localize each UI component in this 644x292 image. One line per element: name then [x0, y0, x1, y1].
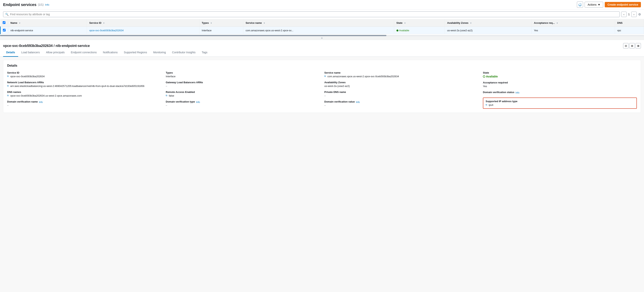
- header-actions: Actions ▼ Create endpoint service: [577, 1, 641, 8]
- search-input[interactable]: [10, 13, 618, 16]
- col-header-acceptance[interactable]: Acceptance req... ▼: [532, 19, 615, 27]
- field-service-id: Service ID ⧉ vpce-svc-0ceb593b3ba202634: [7, 71, 161, 78]
- pagination-area: ‹ 1 › ⚙: [621, 11, 641, 17]
- nlb-arns-label: Network Load Balancers ARNs: [7, 81, 161, 84]
- domain-verify-type-label: Domain verification type: [166, 100, 195, 103]
- sort-icon-service-id: ▼: [103, 22, 105, 24]
- private-dns-label: Private DNS name: [324, 91, 478, 94]
- row-checkbox-cell[interactable]: [0, 27, 8, 34]
- tab-allow-principals[interactable]: Allow principals: [43, 48, 68, 57]
- field-dns-names: DNS names ⧉ vpce-svc-0ceb593b3ba202634.u…: [7, 91, 161, 97]
- table-row[interactable]: nlb-endpoint-service vpce-svc-0ceb593b3b…: [0, 27, 644, 34]
- gateway-arns-label: Gateway Load Balancers ARNs: [166, 81, 320, 84]
- remote-access-label: Remote Access Enabled: [166, 91, 320, 94]
- sort-icon-types: ▼: [210, 22, 212, 24]
- tab-monitoring[interactable]: Monitoring: [150, 48, 169, 57]
- detail-col-4: State Available Acceptance required Yes …: [483, 71, 637, 109]
- dns-names-label: DNS names: [7, 91, 161, 94]
- list-view-button[interactable]: ⊞: [629, 43, 635, 48]
- service-id-link[interactable]: vpce-svc-0ceb593b3ba202634: [89, 29, 124, 32]
- split-view-button[interactable]: ⊟: [623, 43, 628, 48]
- col-header-service-id[interactable]: Service ID ▼: [87, 19, 200, 27]
- domain-verify-value-value: –: [324, 104, 478, 107]
- chevron-down-icon: ▼: [598, 3, 600, 6]
- acceptance-label: Acceptance required: [483, 81, 637, 84]
- service-id-value: vpce-svc-0ceb593b3ba202634: [10, 75, 45, 78]
- actions-button[interactable]: Actions ▼: [585, 2, 603, 7]
- copy-icon-supported-ip[interactable]: ⧉: [486, 104, 487, 106]
- create-endpoint-button[interactable]: Create endpoint service: [605, 2, 641, 7]
- tab-supported-regions[interactable]: Supported Regions: [121, 48, 150, 57]
- detail-col-2: Types Interface Gateway Load Balancers A…: [166, 71, 320, 109]
- detail-panel-title: vpce-svc-0ceb593b3ba202634 / nlb-endpoin…: [3, 44, 90, 48]
- domain-verify-type-info-link[interactable]: Info: [196, 101, 200, 104]
- col-header-state[interactable]: State ▼: [394, 19, 444, 27]
- endpoint-services-table: Name ▼ Service ID ▼ Types ▼ Service name…: [0, 19, 644, 34]
- details-card: Details Service ID ⧉ vpce-svc-0ceb593b3b…: [3, 60, 641, 113]
- full-view-button[interactable]: ⊠: [636, 43, 641, 48]
- state-dot: [483, 75, 485, 78]
- field-domain-verify-name: Domain verification name Info –: [7, 100, 161, 107]
- domain-verify-value-info-link[interactable]: Info: [356, 101, 360, 104]
- column-settings-button[interactable]: ⚙: [638, 12, 641, 16]
- row-checkbox[interactable]: [3, 29, 6, 31]
- detail-col-1: Service ID ⧉ vpce-svc-0ceb593b3ba202634 …: [7, 71, 161, 109]
- private-dns-value: –: [324, 94, 478, 97]
- sort-icon-name: ▼: [19, 22, 21, 24]
- az-value: us-west-2a (usw2-az2): [324, 85, 478, 88]
- tab-tags[interactable]: Tags: [198, 48, 210, 57]
- domain-verify-value-label: Domain verification value: [324, 100, 355, 103]
- col-header-name[interactable]: Name ▼: [8, 19, 87, 27]
- refresh-icon: [578, 3, 582, 6]
- details-grid: Service ID ⧉ vpce-svc-0ceb593b3ba202634 …: [7, 71, 637, 109]
- tab-notifications[interactable]: Notifications: [100, 48, 121, 57]
- domain-verify-status-info-link[interactable]: Info: [516, 91, 520, 94]
- copy-icon-service-name[interactable]: ⧉: [324, 75, 326, 77]
- next-page-button[interactable]: ›: [631, 11, 637, 17]
- header-info-link[interactable]: Info: [45, 3, 49, 6]
- field-availability-zones: Availability Zones us-west-2a (usw2-az2): [324, 81, 478, 88]
- select-all-header[interactable]: [0, 19, 8, 27]
- col-header-dns: DNS: [615, 19, 644, 27]
- service-name-label: Service name: [324, 71, 478, 74]
- domain-verify-status-label: Domain verification status: [483, 91, 514, 94]
- field-nlb-arns: Network Load Balancers ARNs ⧉ arn:aws:el…: [7, 81, 161, 88]
- copy-icon-service-id[interactable]: ⧉: [7, 75, 9, 77]
- copy-icon-dns-names[interactable]: ⧉: [7, 94, 9, 97]
- tab-load-balancers[interactable]: Load balancers: [18, 48, 43, 57]
- domain-verify-name-value: –: [7, 104, 161, 107]
- table-container: Name ▼ Service ID ▼ Types ▼ Service name…: [0, 19, 644, 36]
- copy-icon-remote-access[interactable]: ⧉: [166, 94, 167, 97]
- refresh-button[interactable]: [577, 1, 583, 8]
- field-types: Types Interface: [166, 71, 320, 78]
- field-acceptance: Acceptance required Yes: [483, 81, 637, 88]
- resize-handle-icon: ≡: [321, 36, 323, 40]
- status-dot: [396, 29, 398, 31]
- col-header-az[interactable]: Availability Zones ▼: [445, 19, 532, 27]
- types-value: Interface: [166, 75, 320, 78]
- col-header-service-name[interactable]: Service name ▼: [243, 19, 394, 27]
- sort-icon-service-name: ▼: [263, 22, 265, 24]
- tab-details[interactable]: Details: [3, 48, 18, 57]
- domain-verify-name-info-link[interactable]: Info: [39, 101, 43, 104]
- prev-page-button[interactable]: ‹: [621, 11, 626, 17]
- tab-endpoint-connections[interactable]: Endpoint connections: [68, 48, 100, 57]
- tabs-bar: Details Load balancers Allow principals …: [0, 48, 644, 57]
- sort-icon-acceptance: ▼: [556, 22, 558, 24]
- search-bar-container: 🔍 ‹ 1 › ⚙: [0, 9, 644, 19]
- domain-verify-type-value: –: [166, 104, 320, 107]
- view-icons: ⊟ ⊞ ⊠: [623, 43, 641, 48]
- detail-col-3: Service name ⧉ com.amazonaws.vpce.us-wes…: [324, 71, 478, 109]
- page-title: Endpoint services: [3, 2, 36, 7]
- select-all-checkbox[interactable]: [3, 21, 6, 24]
- tab-contributor-insights[interactable]: Contributor Insights: [169, 48, 198, 57]
- supported-ip-value: ipv4: [489, 104, 493, 106]
- copy-icon-nlb-arns[interactable]: ⧉: [7, 85, 9, 87]
- resize-handle[interactable]: ≡: [0, 36, 644, 40]
- service-name-value: com.amazonaws.vpce.us-west-2.vpce-svc-0c…: [328, 75, 399, 78]
- cell-state: Available: [394, 27, 444, 34]
- cell-acceptance: Yes: [532, 27, 615, 34]
- table-header-row: Name ▼ Service ID ▼ Types ▼ Service name…: [0, 19, 644, 27]
- field-private-dns: Private DNS name –: [324, 91, 478, 97]
- col-header-types[interactable]: Types ▼: [200, 19, 243, 27]
